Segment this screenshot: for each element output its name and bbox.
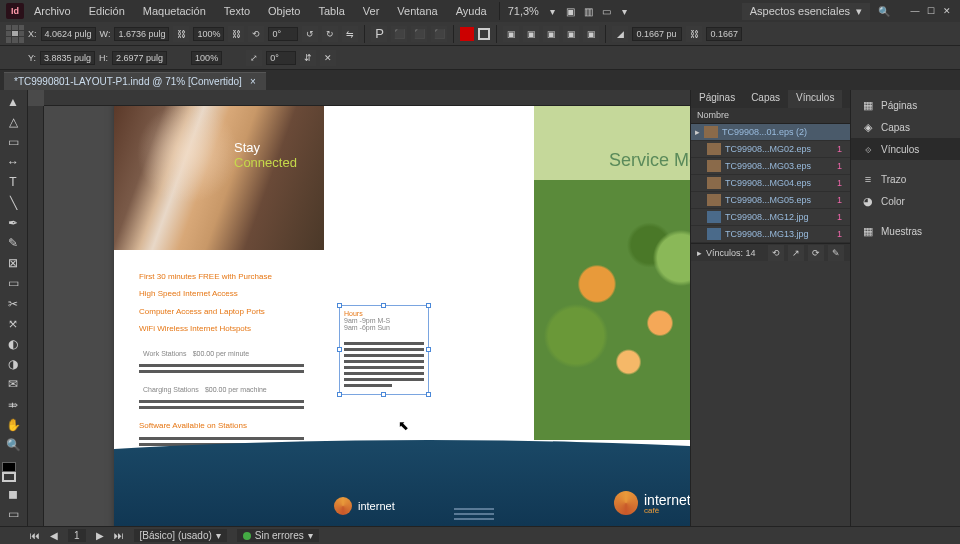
clear-transform-icon[interactable]: ✕ <box>320 50 336 66</box>
stroke-weight-field-2[interactable]: 0.1667 <box>706 27 742 41</box>
eyedropper-tool[interactable]: ⤃ <box>0 395 26 414</box>
pencil-tool[interactable]: ✎ <box>0 233 26 252</box>
wrap-icon[interactable]: ▣ <box>583 26 599 42</box>
menu-texto[interactable]: Texto <box>216 2 258 20</box>
menu-objeto[interactable]: Objeto <box>260 2 308 20</box>
disclosure-icon[interactable]: ▸ <box>697 248 702 258</box>
w-field[interactable]: 1.6736 pulg <box>114 27 169 41</box>
rotate-cw-icon[interactable]: ↻ <box>322 26 338 42</box>
selection-handle[interactable] <box>337 347 342 352</box>
rotate-ccw-icon[interactable]: ↺ <box>302 26 318 42</box>
menu-ventana[interactable]: Ventana <box>389 2 445 20</box>
minimize-button[interactable]: — <box>908 5 922 17</box>
align-mid-icon[interactable]: ⬛ <box>411 26 427 42</box>
selection-handle[interactable] <box>337 303 342 308</box>
link-row[interactable]: TC99908...MG13.jpg1 <box>691 226 850 243</box>
dock-vinculos[interactable]: ⟐Vínculos <box>851 138 960 160</box>
wrap-icon[interactable]: ▣ <box>523 26 539 42</box>
dock-color[interactable]: ◕Color <box>851 190 960 212</box>
flip-h-icon[interactable]: ⇋ <box>342 26 358 42</box>
menu-tabla[interactable]: Tabla <box>310 2 352 20</box>
scale-h-field[interactable]: 100% <box>191 51 222 65</box>
page-nav-next[interactable]: ⏭ <box>114 530 124 541</box>
menu-archivo[interactable]: Archivo <box>26 2 79 20</box>
document-tab[interactable]: *TC9990801-LAYOUT-P1.indd @ 71% [Convert… <box>4 72 266 90</box>
disclosure-icon[interactable]: ▸ <box>695 127 700 137</box>
wrap-icon[interactable]: ▣ <box>563 26 579 42</box>
dock-paginas[interactable]: ▦Páginas <box>851 94 960 116</box>
free-transform-tool[interactable]: ⤧ <box>0 314 26 333</box>
preflight-status[interactable]: Sin errores ▾ <box>237 529 319 542</box>
pen-tool[interactable]: ✒ <box>0 213 26 232</box>
page-tool[interactable]: ▭ <box>0 132 26 151</box>
link-row[interactable]: TC99908...MG12.jpg1 <box>691 209 850 226</box>
paragraph-icon[interactable]: P <box>371 26 387 42</box>
stroke-swatch[interactable] <box>478 28 490 40</box>
hero-photo[interactable]: Stay Connected <box>114 106 324 250</box>
gap-tool[interactable]: ↔ <box>0 153 26 172</box>
shear-field[interactable]: 0° <box>266 51 296 65</box>
tab-capas[interactable]: Capas <box>743 90 788 108</box>
y-field[interactable]: 3.8835 pulg <box>40 51 95 65</box>
view-icon[interactable]: ▥ <box>581 3 597 19</box>
corner-icon[interactable]: ◢ <box>612 26 628 42</box>
page-nav-prev[interactable]: ⏮ <box>30 530 40 541</box>
rectangle-tool[interactable]: ▭ <box>0 274 26 293</box>
fill-color[interactable] <box>2 462 16 472</box>
link-icon[interactable]: ⛓ <box>686 26 702 42</box>
selection-handle[interactable] <box>426 303 431 308</box>
scale-w-field[interactable]: 100% <box>193 27 224 41</box>
link-row[interactable]: TC99908...MG04.eps1 <box>691 175 850 192</box>
close-button[interactable]: ✕ <box>940 5 954 17</box>
hand-tool[interactable]: ✋ <box>0 415 26 434</box>
menu-ayuda[interactable]: Ayuda <box>448 2 495 20</box>
screen-mode[interactable]: ▭ <box>0 505 26 524</box>
chevron-down-icon[interactable]: ▾ <box>545 3 561 19</box>
constrain-scale-icon[interactable]: ⛓ <box>228 26 244 42</box>
search-icon[interactable]: 🔍 <box>876 3 892 19</box>
link-row[interactable]: TC99908...MG05.eps1 <box>691 192 850 209</box>
close-tab-icon[interactable]: × <box>250 76 256 87</box>
document-page[interactable]: Stay Connected First 30 minutes FREE wit… <box>114 106 744 526</box>
page-nav-next[interactable]: ▶ <box>96 530 104 541</box>
zoom-control[interactable]: 71,3% ▾ <box>504 3 561 19</box>
ruler-vertical[interactable] <box>28 106 44 526</box>
arrange-icon[interactable]: ▾ <box>617 3 633 19</box>
gradient-feather-tool[interactable]: ◑ <box>0 355 26 374</box>
master-page[interactable]: [Básico] (usado) ▾ <box>134 529 227 542</box>
workspace-switcher[interactable]: Aspectos esenciales ▾ <box>742 3 870 20</box>
update-link-icon[interactable]: ⟳ <box>808 245 824 261</box>
dock-muestras[interactable]: ▦Muestras <box>851 220 960 242</box>
type-tool[interactable]: T <box>0 173 26 192</box>
color-swatches[interactable] <box>0 460 27 484</box>
note-tool[interactable]: ✉ <box>0 375 26 394</box>
edit-original-icon[interactable]: ✎ <box>828 245 844 261</box>
tab-paginas[interactable]: Páginas <box>691 90 743 108</box>
rectangle-frame-tool[interactable]: ⊠ <box>0 254 26 273</box>
stroke-weight-field[interactable]: 0.1667 pu <box>632 27 682 41</box>
dock-trazo[interactable]: ≡Trazo <box>851 168 960 190</box>
reference-point[interactable] <box>6 25 24 43</box>
selection-handle[interactable] <box>381 392 386 397</box>
maximize-button[interactable]: ☐ <box>924 5 938 17</box>
flip-v-icon[interactable]: ⇵ <box>300 50 316 66</box>
hours-text-frame-selected[interactable]: Hours 9am -9pm M-S 9am -6pm Sun <box>339 305 429 395</box>
rotation-field[interactable]: 0° <box>268 27 298 41</box>
align-top-icon[interactable]: ⬛ <box>391 26 407 42</box>
page-field[interactable]: 1 <box>68 529 86 542</box>
constrain-icon[interactable]: ⛓ <box>173 26 189 42</box>
goto-link-icon[interactable]: ↗ <box>788 245 804 261</box>
dock-capas[interactable]: ◈Capas <box>851 116 960 138</box>
selection-handle[interactable] <box>381 303 386 308</box>
align-bot-icon[interactable]: ⬛ <box>431 26 447 42</box>
line-tool[interactable]: ╲ <box>0 193 26 212</box>
stroke-color[interactable] <box>2 472 16 482</box>
tab-vinculos[interactable]: Vínculos <box>788 90 842 108</box>
selection-handle[interactable] <box>337 392 342 397</box>
link-row[interactable]: ▸TC99908...01.eps (2) <box>691 124 850 141</box>
bridge-icon[interactable]: ▣ <box>563 3 579 19</box>
direct-selection-tool[interactable]: △ <box>0 112 26 131</box>
selection-tool[interactable]: ▲ <box>0 92 26 111</box>
gradient-swatch-tool[interactable]: ◐ <box>0 334 26 353</box>
zoom-tool[interactable]: 🔍 <box>0 435 26 454</box>
